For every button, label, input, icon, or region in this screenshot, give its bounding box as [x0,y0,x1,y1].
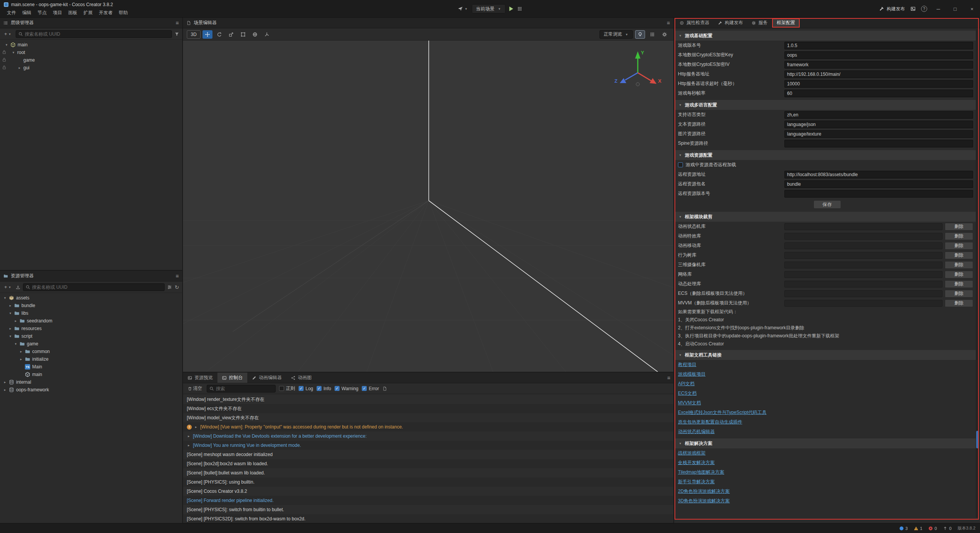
link-api-docs[interactable]: API文档 [678,381,694,387]
log-row[interactable]: [Window] render_texture文件夹不存在 [183,395,673,404]
log-row-info[interactable]: ▸[Window] You are running Vue in develop… [183,441,673,450]
tree-node-initialize[interactable]: ▸ initialize [0,355,182,363]
filter-log-checkbox[interactable] [299,386,304,391]
tree-node-internal[interactable]: ▸ internal [0,378,182,386]
delete-animator-button[interactable]: 删除 [945,223,973,231]
tree-node-game-folder[interactable]: ▾ game [0,340,182,348]
link-animator-editor[interactable]: 动画状态机编辑器 [678,428,715,435]
tree-node-game[interactable]: game [0,56,182,64]
section-game-basic-config[interactable]: ▾游戏基础配置 [675,31,979,41]
menu-extension[interactable]: 扩展 [80,10,96,16]
assets-sort-icon[interactable] [167,285,172,289]
build-publish-button[interactable]: 构建发布 [879,6,905,12]
log-row-info[interactable]: ▸[Window] Download the Vue Devtools exte… [183,432,673,441]
language-types-input[interactable] [784,111,973,119]
gizmo-visibility-icon[interactable] [647,30,657,39]
move-tool-icon[interactable] [203,30,212,39]
hierarchy-search-input[interactable] [25,31,169,37]
collapse-icon[interactable]: ▸ [19,357,23,361]
view-mode-dropdown[interactable]: 正常浏览 ▾ [599,30,633,39]
log-row-info[interactable]: [Scene] Forward render pipeline initiali… [183,496,673,505]
filter-warning-checkbox[interactable] [335,386,340,391]
tree-node-resources[interactable]: ▸ resources [0,325,182,332]
rect-tool-icon[interactable] [238,30,248,39]
preview-target-dropdown[interactable]: ▾ [458,6,468,11]
game-version-input[interactable] [784,42,973,49]
console-search-input[interactable] [216,386,273,391]
link-guide-solution[interactable]: 新手引导解决方案 [678,479,715,485]
expand-icon[interactable]: ▾ [14,342,18,346]
log-row[interactable]: [Scene] [PHYSICS2D]: switch from box2d-w… [183,514,673,523]
log-row-warning[interactable]: !▸[Window] [Vue warn]: Property "onInput… [183,422,673,432]
filter-info-checkbox[interactable] [317,386,322,391]
collapse-icon[interactable]: ▸ [8,304,12,307]
help-icon[interactable]: ? [921,6,927,12]
clear-console-button[interactable]: 清空 [186,385,203,392]
section-module-trim[interactable]: ▾框架模块裁剪 [675,212,979,222]
section-doc-links[interactable]: ▾框架文档工具链接 [675,350,979,360]
tree-node-main-scene[interactable]: main [0,371,182,378]
preview-settings-icon[interactable] [517,6,523,11]
link-tutorial-project[interactable]: 教程项目 [678,361,696,368]
tab-framework-config[interactable]: 框架配置 [772,18,800,28]
menu-edit[interactable]: 编辑 [19,10,34,16]
error-counter[interactable]: 0 [928,526,937,531]
expand-icon[interactable]: ▾ [5,43,8,47]
create-node-button[interactable]: +▾ [3,31,13,37]
menu-file[interactable]: 文件 [4,10,19,16]
spine-path-input[interactable] [784,140,973,147]
link-template-project[interactable]: 游戏模板项目 [678,371,706,378]
tree-node-assets[interactable]: ▾ assets [0,294,182,302]
collapse-icon[interactable]: ▸ [3,380,7,384]
text-path-input[interactable] [784,121,973,128]
lock-icon[interactable] [2,50,7,54]
menu-panel[interactable]: 面板 [65,10,80,16]
link-fullstack-solution[interactable]: 全栈开发解决方案 [678,459,715,466]
scene-light-toggle-icon[interactable] [635,30,645,39]
delete-queue-button[interactable]: 删除 [945,280,973,288]
tree-node-bundle[interactable]: ▸ bundle [0,302,182,309]
log-row[interactable]: [Scene] [PHYSICS]: switch from builtin t… [183,505,673,514]
collapse-icon[interactable]: ▸ [8,327,12,330]
scene-selector-dropdown[interactable]: 当前场景 ▾ [472,4,506,13]
remote-load-checkbox[interactable] [678,162,683,167]
delete-network-button[interactable]: 删除 [945,271,973,278]
delete-camera-button[interactable]: 删除 [945,261,973,269]
scene-viewport[interactable]: Y X Z [183,41,673,372]
fps-input[interactable] [784,90,973,97]
scrollbar-thumb[interactable] [976,431,978,448]
log-row[interactable]: [Scene] [bullet]:bullet wasm lib loaded. [183,468,673,477]
pivot-mode-icon[interactable] [250,30,260,39]
import-asset-icon[interactable] [16,285,20,289]
tab-build-publish[interactable]: 构建发布 [714,18,747,28]
tab-animation-editor[interactable]: 动画编辑器 [247,373,286,383]
log-row[interactable]: [Scene] [box2d]:box2d wasm lib loaded. [183,459,673,468]
scale-tool-icon[interactable] [226,30,236,39]
warning-counter[interactable]: 1 [914,526,922,531]
collapse-icon[interactable]: ▸ [18,66,21,70]
close-button[interactable]: × [966,0,978,18]
link-chess-framework[interactable]: 战棋游戏框架 [678,450,706,456]
tree-node-script[interactable]: ▾ script [0,332,182,340]
tree-node-root[interactable]: ▾ root [0,49,182,56]
tree-node-main-ts[interactable]: TS Main [0,363,182,371]
crypto-iv-input[interactable] [784,61,973,69]
delete-behavior-button[interactable]: 删除 [945,252,973,259]
scene-menu-icon[interactable]: ≡ [667,20,670,26]
section-resource-config[interactable]: ▾游戏资源配置 [675,150,979,160]
lock-icon[interactable] [2,57,7,62]
tab-console[interactable]: 控制台 [217,373,247,383]
section-language-config[interactable]: ▾游戏多语言配置 [675,100,979,110]
orientation-gizmo[interactable]: Y X Z [613,46,663,96]
image-path-input[interactable] [784,130,973,138]
link-hotupdate-plugin[interactable]: 原生包热更新配置自动生成插件 [678,419,742,425]
console-menu-icon[interactable]: ≡ [667,375,673,381]
lock-icon[interactable] [2,65,7,70]
section-solutions[interactable]: ▾框架解决方案 [675,438,979,448]
create-asset-button[interactable]: +▾ [3,284,13,290]
expand-icon[interactable]: ▾ [8,334,12,338]
expand-icon[interactable]: ▾ [3,296,7,300]
maximize-button[interactable]: □ [949,0,961,18]
regex-checkbox[interactable] [279,386,284,391]
expand-log-icon[interactable]: ▸ [187,434,191,438]
